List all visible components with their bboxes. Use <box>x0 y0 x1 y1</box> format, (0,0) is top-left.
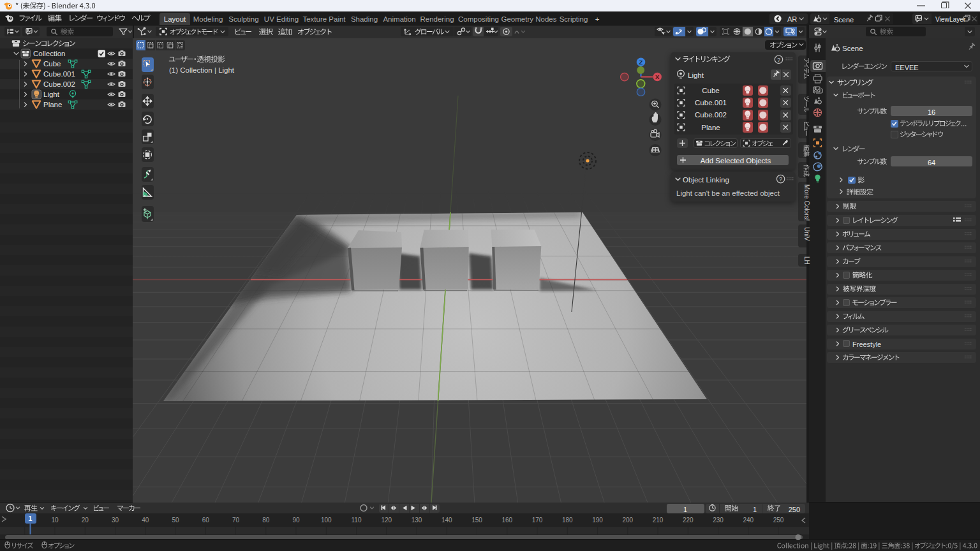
svg-text:Z: Z <box>639 59 643 66</box>
svg-text:X: X <box>655 73 660 80</box>
